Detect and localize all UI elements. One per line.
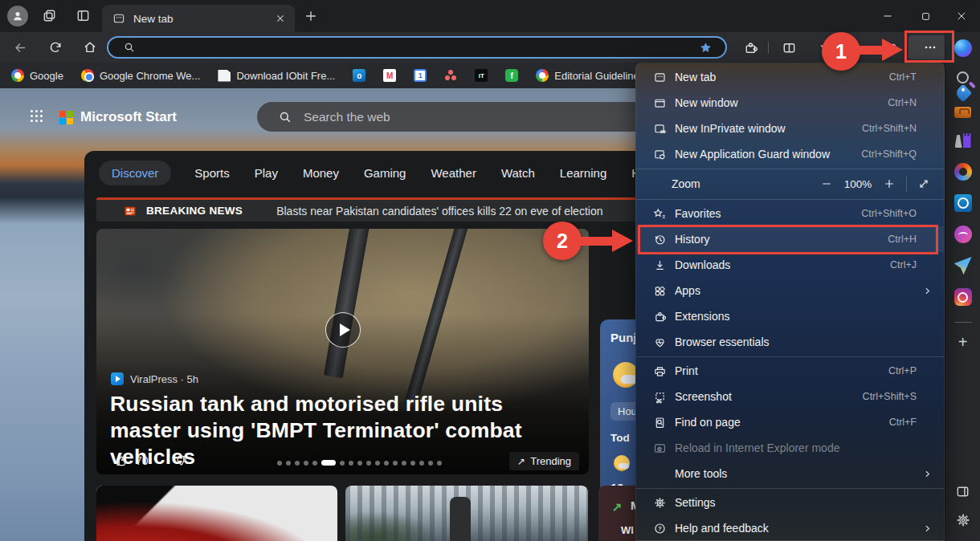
bookmark-item[interactable]: o — [353, 69, 365, 82]
maximize-button[interactable] — [913, 7, 937, 25]
menu-item-print[interactable]: Print Ctrl+P — [636, 358, 944, 384]
carousel-dot[interactable] — [419, 461, 424, 466]
tab-title: New tab — [133, 13, 174, 25]
carousel-dot[interactable] — [349, 461, 353, 466]
menu-item-help-and-feedback[interactable]: ? Help and feedback — [636, 515, 944, 541]
feed-nav-tab-money[interactable]: Money — [301, 161, 341, 185]
carousel-dot-active[interactable] — [321, 460, 336, 466]
menu-item-label: Screenshot — [675, 390, 732, 403]
app-launcher-icon[interactable] — [31, 110, 43, 122]
sidebar-toggle-icon[interactable] — [955, 484, 970, 499]
menu-item-label: Downloads — [675, 258, 730, 271]
carousel-dot[interactable] — [384, 461, 389, 466]
new-tab-button[interactable] — [304, 9, 318, 23]
designer-icon[interactable] — [954, 226, 972, 243]
feed-nav-tab-gaming[interactable]: Gaming — [362, 161, 408, 185]
menu-item-downloads[interactable]: Downloads Ctrl+J — [636, 252, 944, 278]
carousel-dot[interactable] — [393, 461, 398, 466]
menu-item-shortcut: Ctrl+Shift+S — [863, 391, 917, 402]
feed-nav-tab-play[interactable]: Play — [253, 161, 280, 185]
carousel-dot[interactable] — [304, 461, 308, 466]
carousel-dot[interactable] — [357, 461, 362, 466]
games-icon[interactable] — [954, 132, 972, 149]
bookmark-item[interactable]: 1 — [414, 69, 427, 82]
bookmark-item[interactable] — [444, 69, 457, 82]
bookmark-item[interactable]: iT — [475, 69, 488, 82]
copilot-icon[interactable] — [954, 39, 972, 57]
search-icon[interactable] — [957, 71, 969, 83]
refresh-icon[interactable] — [48, 40, 63, 55]
feed-nav-tab-learning[interactable]: Learning — [558, 161, 608, 185]
bookmark-item[interactable]: Download IObit Fre... — [218, 70, 335, 82]
article-card-car[interactable] — [96, 486, 337, 541]
feedly-favicon-icon: f — [505, 69, 518, 82]
play-button[interactable] — [325, 312, 361, 348]
menu-item-more-tools[interactable]: More tools — [636, 461, 944, 486]
split-screen-icon[interactable] — [782, 40, 797, 55]
toolbox-icon[interactable] — [954, 107, 971, 118]
microsoft-365-icon[interactable] — [954, 163, 972, 181]
home-icon[interactable] — [83, 40, 97, 55]
outlook-icon[interactable] — [954, 194, 972, 212]
minimize-button[interactable] — [876, 7, 900, 25]
carousel-dot[interactable] — [366, 461, 371, 466]
extensions-icon[interactable] — [743, 40, 758, 55]
sidebar-divider — [954, 322, 972, 323]
article-card-city[interactable] — [345, 486, 588, 541]
tab-actions-icon[interactable] — [76, 8, 91, 23]
carousel-dot[interactable] — [340, 461, 345, 466]
menu-item-extensions[interactable]: Extensions — [636, 303, 944, 329]
address-bar[interactable] — [107, 36, 727, 59]
web-search-input[interactable]: Search the web — [257, 102, 659, 132]
fullscreen-icon[interactable] — [913, 177, 934, 190]
feed-nav-tab-sports[interactable]: Sports — [193, 161, 231, 185]
bookmark-item[interactable]: Google Chrome We... — [81, 69, 200, 82]
sidebar-settings-gear-icon[interactable] — [955, 512, 971, 528]
close-button[interactable] — [949, 7, 974, 25]
favorite-star-icon[interactable] — [699, 41, 713, 55]
feed-nav-tab-watch[interactable]: Watch — [500, 161, 537, 185]
feed-nav-tab-discover[interactable]: Discover — [99, 161, 171, 185]
menu-item-new-inprivate-window[interactable]: New InPrivate window Ctrl+Shift+N — [636, 116, 944, 141]
carousel-dot[interactable] — [402, 461, 406, 466]
carousel-dot[interactable] — [286, 461, 291, 466]
profile-avatar[interactable] — [7, 6, 28, 26]
feed-nav-tab-weather[interactable]: Weather — [429, 161, 477, 185]
instagram-icon[interactable] — [954, 288, 972, 306]
drop-icon[interactable] — [954, 257, 972, 275]
menu-item-new-window[interactable]: New window Ctrl+N — [636, 90, 944, 116]
carousel-dot[interactable] — [428, 461, 433, 466]
back-icon[interactable] — [13, 40, 28, 55]
bookmark-item[interactable]: Editorial Guidelines — [536, 69, 644, 82]
menu-item-new-application-guard-window[interactable]: New Application Guard window Ctrl+Shift+… — [636, 141, 944, 167]
menu-item-apps[interactable]: Apps — [636, 278, 944, 303]
hero-video-card[interactable]: ViralPress · 5h Russian tank and motoris… — [96, 229, 589, 474]
carousel-dot[interactable] — [437, 461, 442, 466]
workspaces-icon[interactable] — [42, 8, 57, 23]
zoom-in-icon[interactable] — [879, 177, 900, 190]
shopping-icon[interactable] — [953, 84, 972, 103]
thumbs-down-icon[interactable] — [174, 454, 189, 468]
tab-new-tab[interactable]: New tab — [102, 5, 295, 32]
menu-item-new-tab[interactable]: New tab Ctrl+T — [636, 64, 944, 90]
carousel-dot[interactable] — [375, 461, 380, 466]
breaking-news-headline[interactable]: Blasts near Pakistan candidates' offices… — [276, 205, 602, 218]
menu-item-find-on-page[interactable]: Find on page Ctrl+F — [636, 409, 944, 435]
carousel-dot[interactable] — [295, 461, 300, 466]
menu-item-favorites[interactable]: Favorites Ctrl+Shift+O — [636, 201, 944, 226]
tab-close-icon[interactable] — [276, 14, 285, 23]
carousel-dot[interactable] — [410, 461, 415, 466]
thumbs-up-icon[interactable] — [114, 454, 129, 468]
menu-item-settings[interactable]: Settings — [636, 490, 944, 515]
bookmark-item[interactable]: Google — [11, 69, 63, 82]
menu-item-screenshot[interactable]: Screenshot Ctrl+Shift+S — [636, 384, 944, 409]
sidebar-add-icon[interactable]: + — [958, 334, 968, 350]
bookmark-item[interactable]: M — [383, 69, 396, 82]
menu-item-browser-essentials[interactable]: Browser essentials — [636, 329, 944, 355]
zoom-out-icon[interactable] — [816, 177, 837, 190]
menu-item-reload-in-internet-explorer-mode[interactable]: Reload in Internet Explorer mode — [636, 435, 944, 461]
carousel-dot[interactable] — [277, 461, 282, 466]
bookmark-item[interactable]: f — [505, 69, 518, 82]
carousel-dots[interactable] — [277, 460, 442, 466]
carousel-dot[interactable] — [312, 461, 317, 466]
